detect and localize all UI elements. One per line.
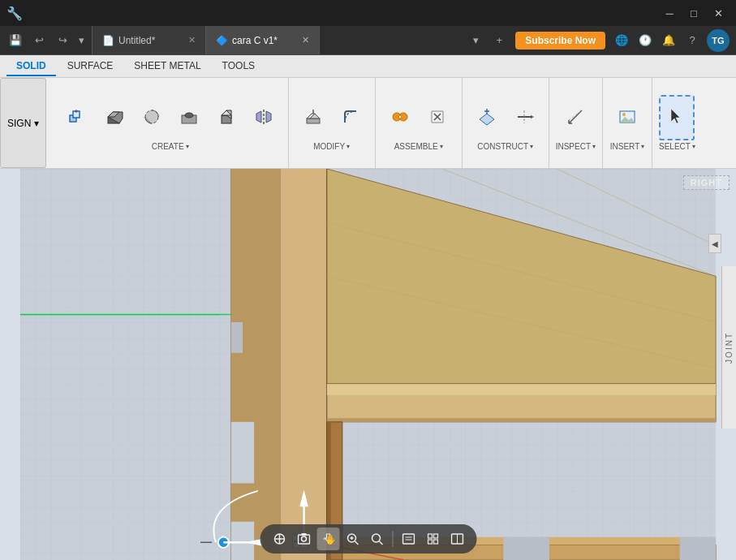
design-menu[interactable]: SIGN ▾: [0, 78, 46, 168]
app-window: 🔧 ─ □ ✕ 💾 ↩ ↪ ▾ 📄 Untitled* ✕ 🔷 cara C v…: [0, 0, 736, 560]
insert-dropdown-icon: ▾: [641, 143, 644, 150]
viewport-label: RIGHT: [683, 175, 730, 190]
tab-overflow-button[interactable]: ▾: [465, 30, 486, 51]
maximize-button[interactable]: □: [682, 2, 705, 24]
new-tab-button[interactable]: +: [489, 30, 510, 51]
svg-rect-95: [428, 540, 432, 544]
svg-rect-57: [680, 537, 716, 560]
sweep-button[interactable]: [171, 95, 207, 140]
svg-line-89: [379, 541, 382, 545]
svg-rect-93: [428, 534, 432, 538]
svg-rect-58: [231, 322, 243, 353]
insert-buttons: [609, 95, 645, 140]
title-bar: 🔧 ─ □ ✕: [0, 0, 736, 26]
svg-rect-56: [503, 537, 549, 560]
grid-toggle-button[interactable]: [421, 528, 444, 550]
as-built-joint-button[interactable]: [420, 95, 455, 140]
mirror-button[interactable]: [246, 95, 282, 140]
svg-point-34: [622, 113, 626, 116]
tab-solid[interactable]: SOLID: [6, 57, 56, 76]
toolbar-tab-strip: SOLID SURFACE SHEET METAL TOOLS: [0, 55, 736, 78]
modify-buttons: [295, 95, 368, 140]
fillet-button[interactable]: [333, 95, 368, 140]
axis-icon: [514, 107, 534, 129]
assemble-label[interactable]: ASSEMBLE ▾: [394, 142, 443, 151]
redo-button[interactable]: ↪: [52, 30, 73, 51]
svg-point-22: [398, 115, 402, 118]
tab-label-carac: cara C v1*: [232, 35, 278, 46]
new-component-button[interactable]: [59, 95, 95, 140]
sweep-icon: [179, 107, 199, 129]
zoom-fit-button[interactable]: [365, 528, 388, 550]
pan-button[interactable]: ✋: [316, 528, 339, 550]
svg-marker-14: [256, 111, 261, 123]
tab-carac[interactable]: 🔷 cara C v1* ✕: [206, 26, 320, 54]
panels-button[interactable]: [445, 528, 468, 550]
canvas-area[interactable]: RIGHT ◀ JOINT ✋: [0, 169, 736, 560]
title-bar-left: 🔧: [6, 6, 23, 21]
svg-rect-44: [231, 522, 254, 560]
create-label[interactable]: CREATE ▾: [152, 142, 189, 151]
help-button[interactable]: ?: [682, 30, 703, 51]
insert-label[interactable]: INSERT ▾: [610, 142, 645, 151]
select-tool-icon: [667, 107, 687, 129]
design-label: SIGN ▾: [7, 118, 39, 129]
clock-button[interactable]: 🕐: [635, 30, 656, 51]
extrude-button[interactable]: [97, 95, 132, 140]
measure-button[interactable]: [557, 95, 593, 140]
construct-dropdown-icon: ▾: [530, 143, 533, 150]
undo-dropdown[interactable]: ▾: [75, 30, 87, 51]
construct-label[interactable]: CONSTRUCT ▾: [477, 142, 533, 151]
svg-marker-36: [671, 109, 680, 123]
tab-icon: 📄: [102, 35, 114, 46]
svg-rect-43: [231, 422, 254, 484]
undo-button[interactable]: ↩: [28, 30, 49, 51]
cursor-button[interactable]: [268, 528, 291, 550]
mirror-icon: [254, 107, 273, 129]
tab-area: 📄 Untitled* ✕ 🔷 cara C v1* ✕: [93, 26, 460, 54]
select-tool-button[interactable]: [659, 95, 695, 140]
subscribe-button[interactable]: Subscribe Now: [515, 32, 605, 50]
svg-rect-16: [307, 118, 320, 123]
inspect-dropdown-icon: ▾: [592, 143, 596, 150]
svg-marker-47: [327, 384, 716, 395]
svg-text:✋: ✋: [324, 533, 334, 545]
tab-sheet-metal[interactable]: SHEET METAL: [124, 57, 210, 76]
tab-close-carac[interactable]: ✕: [302, 35, 309, 45]
scroll-arrow[interactable]: ◀: [708, 234, 721, 253]
toolbar-group-select: SELECT ▾: [652, 78, 702, 168]
joint-panel-label: JOINT: [725, 332, 734, 364]
notification-button[interactable]: 🔔: [658, 30, 679, 51]
modify-label[interactable]: MODIFY ▾: [313, 142, 350, 151]
minimize-button[interactable]: ─: [658, 2, 681, 24]
press-pull-button[interactable]: [295, 95, 331, 140]
fillet-icon: [341, 107, 360, 129]
create-dropdown-icon: ▾: [186, 143, 189, 150]
globe-button[interactable]: 🌐: [611, 30, 632, 51]
insert-image-icon: [618, 107, 637, 129]
inspect-buttons: [557, 95, 593, 140]
save-button[interactable]: 💾: [5, 30, 26, 51]
close-button[interactable]: ✕: [707, 2, 730, 24]
account-button[interactable]: TG: [707, 29, 730, 52]
joint-button[interactable]: [382, 95, 418, 140]
offset-plane-button[interactable]: [469, 95, 505, 140]
tab-surface[interactable]: SURFACE: [58, 57, 123, 76]
capture-button[interactable]: [292, 528, 315, 550]
bottom-toolbar: ✋: [260, 524, 476, 554]
main-toolbar: SOLID SURFACE SHEET METAL TOOLS SIGN ▾: [0, 55, 736, 169]
tab-close-untitled[interactable]: ✕: [188, 35, 196, 45]
revolve-button[interactable]: [134, 95, 170, 140]
axis-button[interactable]: [506, 95, 542, 140]
extrude-icon: [105, 107, 124, 129]
tab-tools[interactable]: TOOLS: [213, 57, 265, 76]
display-settings-button[interactable]: [397, 528, 420, 550]
svg-point-81: [301, 536, 306, 541]
select-label[interactable]: SELECT ▾: [659, 142, 695, 151]
zoom-window-button[interactable]: [341, 528, 364, 550]
insert-image-button[interactable]: [609, 95, 645, 140]
modify-dropdown-icon: ▾: [346, 143, 350, 150]
tab-untitled[interactable]: 📄 Untitled* ✕: [93, 26, 206, 54]
inspect-label[interactable]: INSPECT ▾: [556, 142, 596, 151]
box-button[interactable]: [209, 95, 244, 140]
